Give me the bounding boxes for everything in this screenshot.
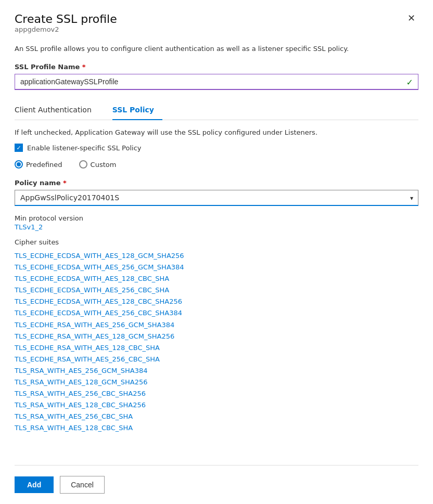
panel-footer: Add Cancel	[15, 465, 418, 504]
cipher-suite-item: TLS_RSA_WITH_AES_128_CBC_SHA256	[15, 399, 418, 411]
predefined-radio-label: Predefined	[26, 161, 62, 169]
panel-title: Create SSL profile	[15, 12, 117, 25]
cipher-suite-item: TLS_ECDHE_RSA_WITH_AES_128_GCM_SHA256	[15, 331, 418, 342]
enable-ssl-policy-checkbox-row[interactable]: ✓ Enable listener-specific SSL Policy	[15, 144, 418, 152]
ssl-policy-info-text: If left unchecked, Application Gateway w…	[15, 128, 418, 136]
panel-header: Create SSL profile appgdemov2 ✕	[15, 12, 418, 43]
cipher-suites-list: TLS_ECDHE_ECDSA_WITH_AES_128_GCM_SHA256T…	[15, 250, 418, 434]
cipher-suite-item: TLS_RSA_WITH_AES_256_GCM_SHA384	[15, 365, 418, 377]
min-protocol-section: Min protocol version TLSv1_2	[15, 214, 418, 231]
cipher-suite-item: TLS_ECDHE_ECDSA_WITH_AES_256_GCM_SHA384	[15, 262, 418, 273]
cipher-suite-item: TLS_RSA_WITH_AES_256_CBC_SHA	[15, 411, 418, 422]
add-button[interactable]: Add	[15, 476, 54, 493]
custom-radio-button[interactable]	[79, 160, 87, 169]
cipher-suite-item: TLS_ECDHE_ECDSA_WITH_AES_128_CBC_SHA256	[15, 296, 418, 307]
create-ssl-profile-panel: Create SSL profile appgdemov2 ✕ An SSL p…	[0, 0, 433, 504]
predefined-radio-button[interactable]	[15, 160, 23, 169]
policy-name-required-star: *	[60, 179, 66, 187]
cipher-suites-label: Cipher suites	[15, 238, 418, 246]
enable-ssl-policy-checkbox[interactable]: ✓	[15, 144, 23, 152]
tabs: Client Authentication SSL Policy	[15, 100, 418, 120]
custom-radio-option[interactable]: Custom	[79, 160, 117, 169]
cipher-suite-item: TLS_ECDHE_ECDSA_WITH_AES_128_GCM_SHA256	[15, 250, 418, 262]
predefined-radio-option[interactable]: Predefined	[15, 160, 62, 169]
cipher-suite-item: TLS_RSA_WITH_AES_128_CBC_SHA	[15, 422, 418, 434]
ssl-profile-name-label: SSL Profile Name *	[15, 63, 418, 71]
policy-name-dropdown-wrapper: AppGwSslPolicy20170401S ▾	[15, 190, 418, 206]
cipher-suite-item: TLS_ECDHE_RSA_WITH_AES_128_CBC_SHA	[15, 342, 418, 354]
cipher-suite-item: TLS_ECDHE_ECDSA_WITH_AES_256_CBC_SHA384	[15, 307, 418, 319]
custom-radio-label: Custom	[91, 161, 117, 169]
cipher-suite-item: TLS_RSA_WITH_AES_256_CBC_SHA256	[15, 388, 418, 399]
tab-client-authentication[interactable]: Client Authentication	[15, 100, 100, 120]
min-protocol-label: Min protocol version	[15, 214, 418, 222]
policy-name-label: Policy name *	[15, 179, 418, 187]
policy-type-radio-group: Predefined Custom	[15, 160, 418, 169]
enable-ssl-policy-label: Enable listener-specific SSL Policy	[27, 144, 141, 152]
ssl-profile-name-input[interactable]	[15, 74, 418, 90]
cipher-suites-section: Cipher suites TLS_ECDHE_ECDSA_WITH_AES_1…	[15, 238, 418, 434]
checkbox-checkmark: ✓	[16, 145, 21, 151]
policy-name-dropdown[interactable]: AppGwSslPolicy20170401S	[15, 190, 418, 206]
ssl-policy-content: If left unchecked, Application Gateway w…	[15, 128, 418, 465]
min-protocol-value: TLSv1_2	[15, 223, 418, 231]
check-icon: ✓	[406, 77, 413, 87]
header-text-group: Create SSL profile appgdemov2	[15, 12, 117, 43]
cipher-suite-item: TLS_ECDHE_RSA_WITH_AES_256_CBC_SHA	[15, 354, 418, 365]
cipher-suite-item: TLS_ECDHE_ECDSA_WITH_AES_256_CBC_SHA	[15, 285, 418, 296]
description-text: An SSL profile allows you to configure c…	[15, 45, 418, 53]
cancel-button[interactable]: Cancel	[60, 476, 105, 494]
required-star: *	[80, 63, 85, 71]
cipher-suite-item: TLS_RSA_WITH_AES_128_GCM_SHA256	[15, 377, 418, 388]
policy-name-field: Policy name * AppGwSslPolicy20170401S ▾	[15, 179, 418, 206]
tab-ssl-policy[interactable]: SSL Policy	[112, 100, 162, 120]
ssl-profile-name-input-wrapper: ✓	[15, 74, 418, 90]
close-button[interactable]: ✕	[404, 12, 418, 24]
ssl-profile-name-field: SSL Profile Name * ✓	[15, 63, 418, 100]
cipher-suite-item: TLS_ECDHE_RSA_WITH_AES_256_GCM_SHA384	[15, 319, 418, 331]
cipher-suite-item: TLS_ECDHE_ECDSA_WITH_AES_128_CBC_SHA	[15, 273, 418, 285]
panel-subtitle: appgdemov2	[15, 25, 117, 33]
